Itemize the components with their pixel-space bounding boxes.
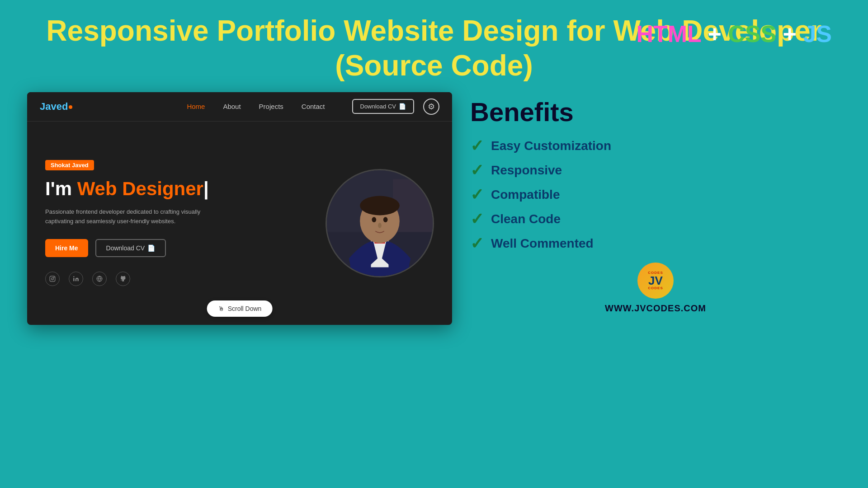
hero-buttons: Hire Me Download CV 📄 [45, 239, 326, 257]
linkedin-icon[interactable] [69, 272, 83, 286]
check-icon-4: ✓ [470, 211, 484, 227]
benefit-text-1: Easy Customization [491, 139, 611, 153]
portfolio-preview: Javed Home About Projects Contact Downlo… [27, 92, 452, 325]
hero-left: Shokat Javed I'm Web Designer| Passionat… [45, 160, 326, 286]
svg-point-2 [54, 277, 54, 277]
settings-icon: ⚙ [428, 102, 435, 112]
download-icon: 📄 [147, 244, 155, 252]
benefit-item-5: ✓ Well Commented [470, 235, 841, 252]
logo-inner: CODES JV CODES [648, 271, 663, 290]
cv-icon: 📄 [399, 103, 406, 110]
nav-link-home[interactable]: Home [187, 103, 205, 110]
svg-point-16 [383, 217, 388, 222]
benefit-text-2: Responsive [491, 163, 562, 178]
nav-cv-label: Download CV [360, 103, 396, 110]
hero-photo [326, 169, 434, 277]
hero-title-plain: I'm [45, 178, 77, 199]
nav-link-projects[interactable]: Projects [259, 103, 283, 110]
content-area: Javed Home About Projects Contact Downlo… [0, 92, 868, 488]
page-header: Responsive Portfolio Website Design for … [0, 0, 868, 92]
instagram-icon[interactable] [45, 272, 60, 286]
logo-jv: JV [648, 275, 663, 286]
jvcodes-section: CODES JV CODES WWW.JVCODES.COM [470, 263, 841, 314]
benefit-item-3: ✓ Compatible [470, 187, 841, 203]
benefit-text-4: Clean Code [491, 212, 561, 226]
check-icon-2: ✓ [470, 162, 484, 178]
nav-logo-dot [69, 105, 72, 109]
hero-title-cursor: | [203, 178, 209, 199]
github-icon[interactable] [116, 272, 130, 286]
hero-description: Passionate frontend developer dedicated … [45, 207, 217, 226]
social-icons [45, 272, 326, 286]
hero-photo-placeholder [327, 170, 433, 276]
check-icon-3: ✓ [470, 187, 484, 203]
nav-logo: Javed [40, 101, 72, 113]
svg-point-1 [52, 278, 54, 280]
tech-plus1: + [701, 21, 728, 47]
svg-point-14 [360, 196, 400, 215]
svg-point-15 [372, 217, 376, 222]
svg-point-17 [378, 223, 382, 228]
hero-title: I'm Web Designer| [45, 178, 326, 200]
scroll-down-button[interactable]: 🖱 Scroll Down [207, 300, 273, 317]
hire-me-button[interactable]: Hire Me [45, 239, 88, 257]
preview-navbar: Javed Home About Projects Contact Downlo… [27, 92, 452, 122]
tech-css-label: CSS [728, 21, 776, 47]
check-icon-5: ✓ [470, 235, 484, 252]
benefit-item-4: ✓ Clean Code [470, 211, 841, 227]
jvcodes-url: WWW.JVCODES.COM [605, 303, 706, 314]
nav-link-about[interactable]: About [223, 103, 241, 110]
nav-link-contact[interactable]: Contact [302, 103, 325, 110]
tech-js-label: JS [803, 21, 832, 47]
svg-point-3 [73, 276, 74, 277]
globe-icon[interactable] [92, 272, 107, 286]
hero-name-badge: Shokat Javed [45, 160, 94, 170]
mouse-icon: 🖱 [218, 305, 224, 312]
tech-html-label: HTML [636, 21, 701, 47]
download-cv-button[interactable]: Download CV 📄 [95, 239, 166, 257]
download-cv-label: Download CV [106, 244, 145, 252]
nav-links: Home About Projects Contact [187, 103, 325, 110]
benefits-panel: Benefits ✓ Easy Customization ✓ Responsi… [470, 92, 841, 318]
preview-hero: Shokat Javed I'm Web Designer| Passionat… [27, 122, 452, 325]
tech-stack: HTML + CSS + JS [636, 20, 832, 47]
main-title-line2: (Source Code) [335, 49, 533, 82]
logo-codes-bottom: CODES [648, 286, 663, 290]
benefit-item-2: ✓ Responsive [470, 162, 841, 178]
nav-cv-button[interactable]: Download CV 📄 [352, 99, 415, 114]
benefit-text-3: Compatible [491, 188, 560, 202]
tech-plus2: + [776, 21, 803, 47]
benefit-text-5: Well Commented [491, 236, 594, 251]
check-icon-1: ✓ [470, 138, 484, 154]
benefits-title: Benefits [470, 97, 841, 127]
benefit-item-1: ✓ Easy Customization [470, 138, 841, 154]
hero-title-highlight: Web Designer [77, 178, 203, 199]
svg-rect-0 [50, 276, 55, 282]
scroll-down-label: Scroll Down [228, 305, 262, 312]
nav-settings-button[interactable]: ⚙ [423, 99, 439, 115]
jvcodes-logo: CODES JV CODES [637, 263, 674, 299]
